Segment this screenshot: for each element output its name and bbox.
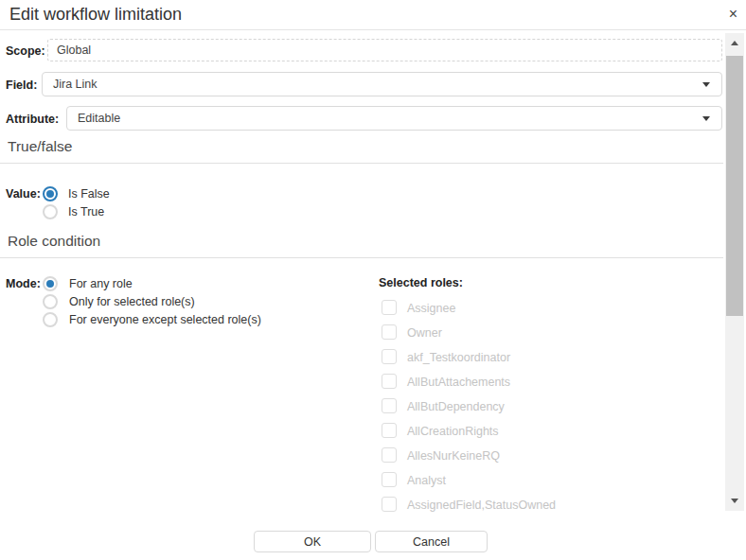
radio-everyone-except[interactable] [43, 312, 58, 327]
value-label: Value: [6, 187, 41, 201]
checkbox-allesnurkeinerq [382, 447, 397, 463]
field-dropdown[interactable]: Jira Link [42, 72, 722, 96]
radio-is-true-label[interactable]: Is True [68, 205, 104, 219]
attribute-dropdown-value: Editable [78, 112, 120, 125]
radio-dot [46, 190, 54, 198]
cancel-button[interactable]: Cancel [375, 531, 488, 552]
role-item-label: Assignee [407, 302, 455, 315]
rolecondition-section-title: Role condition [8, 233, 100, 250]
chevron-down-icon [702, 82, 710, 87]
role-item-label: AllButAttachements [407, 376, 510, 389]
role-item-label: AssignedField,StatusOwned [407, 499, 556, 512]
radio-is-false-label[interactable]: Is False [68, 187, 110, 201]
radio-only-selected-roles-label[interactable]: Only for selected role(s) [69, 295, 195, 308]
checkbox-assignedfield-statusowned [382, 497, 397, 512]
role-item-label: Analyst [407, 474, 446, 487]
role-item-label: AllCreationRights [407, 425, 499, 438]
radio-only-selected-roles[interactable] [43, 294, 58, 309]
role-item-label: AllesNurKeineRQ [407, 449, 500, 463]
title-divider [0, 29, 746, 30]
checkbox-allcreationrights [382, 423, 397, 438]
chevron-down-icon [702, 116, 710, 121]
page-title: Edit workflow limitation [9, 5, 182, 25]
mode-label: Mode: [6, 277, 41, 290]
radio-is-true[interactable] [43, 204, 58, 219]
ok-button[interactable]: OK [254, 531, 371, 552]
selected-roles-label: Selected roles: [379, 276, 463, 289]
truefalse-section-title: True/false [8, 138, 72, 155]
close-icon[interactable]: × [729, 6, 737, 23]
vertical-scrollbar[interactable] [725, 33, 744, 511]
radio-is-false[interactable] [43, 186, 58, 201]
scope-value: Global [57, 44, 91, 57]
scope-label: Scope: [6, 44, 45, 58]
radio-dot [46, 280, 54, 288]
field-label: Field: [6, 79, 37, 92]
role-item-label: akf_Testkoordinator [407, 351, 510, 364]
scroll-down-button[interactable] [725, 491, 744, 511]
checkbox-akf-testkoordinator [382, 349, 397, 364]
scope-field[interactable]: Global [47, 39, 722, 61]
scrollbar-thumb[interactable] [726, 56, 743, 316]
checkbox-allbutattachements [382, 374, 397, 389]
section-divider [0, 163, 723, 164]
checkbox-assignee [382, 300, 397, 315]
checkbox-analyst [382, 472, 397, 487]
checkbox-allbutdependency [382, 398, 397, 413]
edit-workflow-limitation-dialog: Edit workflow limitation × Scope: Global… [0, 0, 746, 560]
attribute-label: Attribute: [6, 113, 59, 126]
triangle-up-icon [731, 41, 738, 45]
role-item-label: Owner [407, 326, 442, 340]
attribute-dropdown[interactable]: Editable [66, 106, 722, 131]
radio-for-any-role[interactable] [43, 276, 58, 291]
section-divider [0, 257, 723, 258]
triangle-down-icon [731, 499, 738, 503]
radio-for-any-role-label[interactable]: For any role [69, 277, 133, 290]
scroll-up-button[interactable] [725, 33, 744, 53]
role-item-label: AllButDependency [407, 400, 505, 413]
checkbox-owner [382, 324, 397, 340]
field-dropdown-value: Jira Link [53, 78, 98, 91]
radio-everyone-except-label[interactable]: For everyone except selected role(s) [69, 313, 261, 326]
